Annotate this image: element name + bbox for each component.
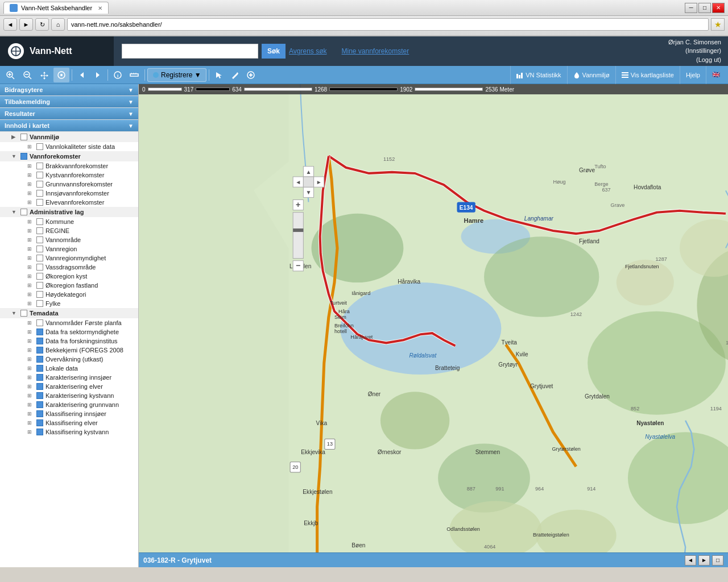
list-item[interactable]: ⊞ Elvevannforekomster bbox=[0, 198, 138, 207]
svg-text:637: 637 bbox=[602, 187, 610, 193]
info-tool[interactable]: i bbox=[110, 68, 125, 82]
list-item[interactable]: ⊞Karakterisering innsjøer bbox=[0, 373, 138, 382]
close-btn[interactable]: ✕ bbox=[712, 3, 725, 13]
list-item[interactable]: ⊞ Vannlokaliteter siste data bbox=[0, 142, 138, 151]
zoom-in-tool[interactable] bbox=[2, 68, 18, 82]
nav-back-tool[interactable] bbox=[75, 68, 89, 82]
vannmiljo-btn[interactable]: Vannmiljø bbox=[567, 66, 615, 84]
list-item[interactable]: ⊞Økoregion fastland bbox=[0, 281, 138, 290]
sidebar-section-vannforekomster[interactable]: ▼ Vannforekomster bbox=[0, 151, 138, 161]
search-btn[interactable]: Søk bbox=[262, 44, 286, 59]
svg-rect-27 bbox=[516, 74, 518, 78]
list-item[interactable]: ⊞Økoregion kyst bbox=[0, 272, 138, 281]
innhold-arrow: ▼ bbox=[128, 123, 134, 129]
svg-text:Nyastølelva: Nyastølelva bbox=[645, 434, 675, 440]
vn-statistikk-btn[interactable]: VN Statistikk bbox=[510, 66, 566, 84]
innhold-header[interactable]: Innhold i kartet ▼ bbox=[0, 120, 138, 131]
expand-icon[interactable]: ▶ bbox=[11, 134, 18, 140]
svg-text:▲: ▲ bbox=[305, 169, 311, 175]
map-svg[interactable]: E134 13 20 Langhamar Røldalsvat Hamre Gr… bbox=[139, 84, 728, 567]
svg-marker-12 bbox=[80, 72, 84, 78]
home-btn[interactable]: ⌂ bbox=[51, 18, 65, 31]
hjelp-btn[interactable]: Hjelp bbox=[680, 66, 706, 84]
language-btn[interactable]: 🇬🇧 bbox=[706, 66, 726, 84]
list-item[interactable]: ⊞Data fra sektormyndighete bbox=[0, 327, 138, 336]
mine-vannforekomster-link[interactable]: Mine vannforekomster bbox=[341, 47, 409, 55]
map-container[interactable]: 0 317 634 1268 1902 2536 Meter bbox=[139, 84, 728, 567]
svg-text:►: ► bbox=[316, 179, 322, 185]
back-btn[interactable]: ◄ bbox=[3, 18, 17, 31]
sidebar-section-admin-lag[interactable]: ▼ Administrative lag bbox=[0, 207, 138, 217]
resultater-header[interactable]: Resultater ▼ bbox=[0, 108, 138, 119]
reload-btn[interactable]: ↻ bbox=[35, 18, 49, 31]
kartlagsliste-btn[interactable]: Vis kartlagsliste bbox=[615, 66, 680, 84]
list-item[interactable]: ⊞Klassifisering innsjøer bbox=[0, 409, 138, 418]
maximize-btn[interactable]: □ bbox=[698, 3, 711, 13]
list-item[interactable]: ⊞Kommune bbox=[0, 217, 138, 226]
list-item[interactable]: ⊞Klassifisering elver bbox=[0, 418, 138, 427]
list-item[interactable]: ⊞REGINE bbox=[0, 226, 138, 235]
list-item[interactable]: ⊞Fylke bbox=[0, 299, 138, 308]
status-back-btn[interactable]: ◄ bbox=[685, 555, 696, 566]
svg-point-37 bbox=[484, 236, 599, 317]
list-item[interactable]: ⊞Klassifisering kystvann bbox=[0, 427, 138, 436]
list-item[interactable]: ⊞ Innsjøvannforekomster bbox=[0, 189, 138, 198]
zoom-out-tool[interactable] bbox=[19, 68, 35, 82]
admin-lag-checkbox[interactable] bbox=[20, 209, 27, 215]
cursor-tool[interactable] bbox=[212, 68, 226, 82]
svg-text:Breifohn: Breifohn bbox=[334, 323, 354, 329]
status-bar: 036-182-R - Grytjuvet ◄ ► □ bbox=[139, 552, 728, 567]
area-select-tool[interactable] bbox=[53, 68, 69, 82]
search-input[interactable] bbox=[122, 44, 258, 59]
list-item[interactable]: ⊞Vannområde bbox=[0, 235, 138, 244]
cb-0[interactable] bbox=[36, 143, 43, 150]
browser-tab[interactable]: Vann-Nett Saksbehandler ✕ bbox=[3, 2, 109, 14]
logo-section: Vann-Nett bbox=[0, 36, 114, 66]
edit-pencil-tool[interactable] bbox=[228, 68, 242, 82]
list-item[interactable]: ⊞Høydekategori bbox=[0, 290, 138, 299]
add-feature-tool[interactable] bbox=[243, 68, 258, 82]
list-item[interactable]: ⊞Lokale data bbox=[0, 364, 138, 373]
minimize-btn[interactable]: ─ bbox=[685, 3, 697, 13]
list-item[interactable]: ⊞ Brakkvannforekomster bbox=[0, 161, 138, 171]
list-item[interactable]: ⊞ Grunnvannsforekomster bbox=[0, 180, 138, 189]
svg-text:1271: 1271 bbox=[726, 340, 728, 346]
nav-forward-tool[interactable] bbox=[90, 68, 105, 82]
bidragsytere-header[interactable]: Bidragsytere ▼ bbox=[0, 84, 138, 95]
vannforekomster-checkbox[interactable] bbox=[20, 153, 27, 160]
svg-text:Tufto: Tufto bbox=[594, 164, 606, 169]
list-item[interactable]: ⊞Karakterisering grunnvann bbox=[0, 400, 138, 409]
list-item[interactable]: ⊞Karakterisering elver bbox=[0, 382, 138, 391]
list-item[interactable]: ⊞ Kystvannforekomster bbox=[0, 171, 138, 180]
vannmiljo-checkbox[interactable] bbox=[20, 134, 27, 140]
forward-btn[interactable]: ► bbox=[19, 18, 33, 31]
tab-close-btn[interactable]: ✕ bbox=[98, 5, 102, 11]
list-item[interactable]: ⊞Data fra forskningsinstitus bbox=[0, 336, 138, 346]
svg-text:Ekkjestølen: Ekkjestølen bbox=[303, 489, 332, 495]
status-maximize-btn[interactable]: □ bbox=[712, 555, 723, 566]
list-item[interactable]: ⊞Overvåkning (utkast) bbox=[0, 355, 138, 364]
sidebar-section-temadata[interactable]: ▼ Temadata bbox=[0, 308, 138, 318]
list-item[interactable]: ⊞Vannregionmyndighet bbox=[0, 253, 138, 263]
list-item[interactable]: ⊞Vannområder Første planfa bbox=[0, 318, 138, 327]
list-item[interactable]: ⊞Vannregion bbox=[0, 244, 138, 253]
svg-text:Grytdalen: Grytdalen bbox=[585, 393, 610, 400]
scale-1: 317 bbox=[184, 86, 194, 93]
address-bar[interactable] bbox=[67, 18, 709, 31]
bookmark-btn[interactable]: ★ bbox=[711, 18, 725, 31]
tilbakemelding-header[interactable]: Tilbakemelding ▼ bbox=[0, 96, 138, 107]
clear-search-link[interactable]: Avgrens søk bbox=[289, 47, 326, 55]
registrere-btn[interactable]: Registrere ▼ bbox=[147, 68, 206, 82]
pan-tool[interactable] bbox=[36, 68, 52, 82]
user-settings[interactable]: (Innstillinger) bbox=[668, 47, 721, 55]
list-item[interactable]: ⊞Vassdragsområde bbox=[0, 263, 138, 272]
status-forward-btn[interactable]: ► bbox=[698, 555, 710, 566]
sidebar-section-vannmiljo[interactable]: ▶ Vannmiljø bbox=[0, 132, 138, 142]
toolbar-sep-4 bbox=[209, 69, 209, 81]
list-item[interactable]: ⊞Bekkekjemi (FOREGS 2008 bbox=[0, 346, 138, 355]
list-item[interactable]: ⊞Karakterisering kystvann bbox=[0, 391, 138, 400]
svg-text:i: i bbox=[117, 73, 118, 78]
svg-text:1242: 1242 bbox=[570, 311, 582, 317]
user-logout[interactable]: (Logg ut) bbox=[668, 56, 721, 64]
measure-tool[interactable] bbox=[126, 68, 142, 82]
